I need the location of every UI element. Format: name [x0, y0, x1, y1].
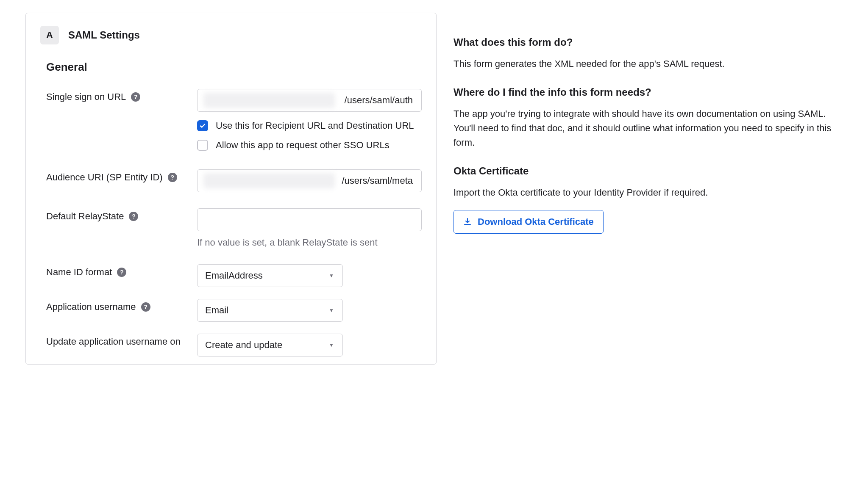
field-sso-url: Single sign on URL ? /users/saml/auth Us… — [40, 89, 422, 151]
app-username-select[interactable]: Email ▼ — [197, 299, 343, 322]
nameid-label: Name ID format — [46, 267, 112, 278]
side-text-1: This form generates the XML needed for t… — [453, 57, 843, 71]
use-recipient-checkbox[interactable] — [197, 120, 208, 131]
audience-uri-input[interactable]: /users/saml/meta — [197, 169, 422, 192]
sso-url-label: Single sign on URL — [46, 91, 126, 102]
side-panel: What does this form do? This form genera… — [453, 13, 843, 365]
allow-other-sso-label: Allow this app to request other SSO URLs — [216, 140, 389, 151]
download-certificate-label: Download Okta Certificate — [478, 216, 594, 227]
help-icon[interactable]: ? — [131, 92, 140, 102]
sso-url-input[interactable]: /users/saml/auth — [197, 89, 422, 112]
help-icon[interactable]: ? — [129, 212, 138, 221]
saml-settings-card: A SAML Settings General Single sign on U… — [25, 13, 437, 365]
general-heading: General — [46, 61, 422, 74]
help-icon[interactable]: ? — [117, 268, 126, 277]
side-text-3: Import the Okta certificate to your Iden… — [453, 185, 843, 200]
download-icon — [463, 218, 472, 226]
field-audience-uri: Audience URI (SP Entity ID) ? /users/sam… — [40, 169, 422, 192]
relaystate-input[interactable] — [197, 208, 422, 231]
section-header: A SAML Settings — [40, 26, 422, 44]
app-username-label: Application username — [46, 301, 136, 312]
nameid-select[interactable]: EmailAddress ▼ — [197, 264, 343, 287]
section-badge: A — [40, 26, 59, 44]
relaystate-label: Default RelayState — [46, 211, 124, 222]
side-text-2: The app you're trying to integrate with … — [453, 107, 843, 150]
side-heading-3: Okta Certificate — [453, 165, 843, 177]
chevron-down-icon: ▼ — [329, 342, 334, 348]
download-certificate-button[interactable]: Download Okta Certificate — [453, 210, 604, 234]
audience-uri-label: Audience URI (SP Entity ID) — [46, 172, 163, 183]
allow-other-sso-checkbox[interactable] — [197, 140, 208, 151]
nameid-value: EmailAddress — [205, 270, 263, 281]
help-icon[interactable]: ? — [141, 302, 150, 312]
side-heading-2: Where do I find the info this form needs… — [453, 86, 843, 98]
audience-uri-value-tail: /users/saml/meta — [342, 175, 413, 186]
update-on-label: Update application username on — [46, 336, 181, 347]
help-icon[interactable]: ? — [168, 173, 177, 182]
field-nameid: Name ID format ? EmailAddress ▼ — [40, 264, 422, 287]
sso-url-value-tail: /users/saml/auth — [345, 95, 413, 106]
update-on-value: Create and update — [205, 340, 282, 351]
chevron-down-icon: ▼ — [329, 273, 334, 279]
field-relaystate: Default RelayState ? If no value is set,… — [40, 208, 422, 248]
section-title: SAML Settings — [68, 29, 140, 41]
side-heading-1: What does this form do? — [453, 36, 843, 48]
field-app-username: Application username ? Email ▼ — [40, 299, 422, 322]
relaystate-hint: If no value is set, a blank RelayState i… — [197, 237, 422, 248]
app-username-value: Email — [205, 305, 228, 316]
chevron-down-icon: ▼ — [329, 307, 334, 313]
use-recipient-label: Use this for Recipient URL and Destinati… — [216, 120, 414, 131]
update-on-select[interactable]: Create and update ▼ — [197, 334, 343, 357]
field-update-on: Update application username on Create an… — [40, 334, 422, 357]
